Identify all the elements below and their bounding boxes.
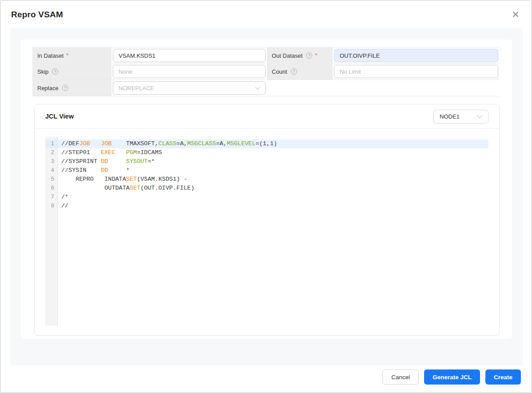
repro-vsam-dialog: Repro VSAM ✕ In Dataset* Out Dataset?*	[0, 0, 532, 393]
repro-form: In Dataset* Out Dataset?* Skip?	[32, 47, 500, 96]
jcl-view-panel: JCL View NODE1 12345678 //DEFJOB JOB TMA…	[34, 104, 500, 336]
content-card: In Dataset* Out Dataset?* Skip?	[21, 40, 512, 339]
in-dataset-input[interactable]	[113, 49, 266, 62]
form-row: In Dataset* Out Dataset?*	[32, 47, 500, 64]
dialog-body: In Dataset* Out Dataset?* Skip?	[10, 28, 523, 365]
help-question-icon[interactable]: ?	[291, 68, 297, 75]
line-number: 4	[45, 166, 57, 175]
count-label: Count	[272, 68, 287, 75]
page-title: Repro VSAM	[11, 10, 63, 20]
replace-select-value: NOREPLACE	[119, 85, 154, 91]
node-select[interactable]: NODE1	[433, 110, 488, 123]
required-mark: *	[315, 52, 317, 59]
chevron-down-icon	[255, 85, 260, 90]
create-button[interactable]: Create	[485, 369, 521, 385]
form-row: Skip? Count?	[32, 64, 500, 80]
close-icon[interactable]: ✕	[509, 8, 522, 21]
gutter: 12345678	[45, 137, 58, 326]
help-question-icon[interactable]: ?	[52, 68, 58, 75]
line-number: 3	[45, 157, 57, 166]
count-field-cell	[333, 64, 500, 79]
code-line: //SYSPRINT DD SYSOUT=*	[58, 157, 488, 166]
chevron-down-icon	[477, 113, 482, 118]
line-number: 7	[45, 193, 57, 202]
line-number: 2	[45, 148, 57, 157]
line-number: 6	[45, 184, 57, 193]
in-dataset-field-cell	[111, 48, 267, 64]
help-question-icon[interactable]: ?	[62, 85, 68, 91]
code-line: REPRO INDATASET(VSAM.KSDS1) -	[58, 175, 488, 184]
jcl-view-header: JCL View NODE1	[35, 104, 499, 129]
replace-select[interactable]: NOREPLACE	[113, 81, 266, 95]
code-line: //SYSIN DD *	[58, 166, 488, 175]
skip-input[interactable]	[113, 65, 266, 78]
replace-label-cell: Replace?	[32, 80, 111, 96]
out-dataset-input[interactable]	[334, 49, 498, 62]
out-dataset-label: Out Dataset	[272, 52, 302, 59]
count-input[interactable]	[334, 65, 498, 78]
replace-field-cell: NOREPLACE	[111, 80, 267, 96]
help-question-icon[interactable]: ?	[306, 52, 312, 59]
required-mark: *	[66, 52, 68, 59]
out-dataset-label-cell: Out Dataset?*	[267, 48, 333, 64]
code-lines: //DEFJOB JOB TMAXSOFT,CLASS=A,MSGCLASS=A…	[58, 137, 488, 326]
form-row: Replace? NOREPLACE	[32, 80, 500, 96]
cancel-button[interactable]: Cancel	[382, 369, 419, 385]
code-line: //DEFJOB JOB TMAXSOFT,CLASS=A,MSGCLASS=A…	[58, 139, 488, 148]
jcl-view-title: JCL View	[45, 113, 74, 120]
code-line: OUTDATASET(OUT.OIVP.FILE)	[58, 184, 488, 193]
empty-cell	[267, 80, 333, 96]
code-line: //STEP01 EXEC PGM=IDCAMS	[58, 148, 488, 157]
skip-label-cell: Skip?	[32, 64, 111, 79]
out-dataset-field-cell	[333, 48, 500, 64]
replace-label: Replace	[37, 85, 59, 91]
line-number: 5	[45, 175, 57, 184]
count-label-cell: Count?	[267, 64, 333, 79]
line-number: 1	[45, 139, 57, 148]
skip-label: Skip	[37, 68, 48, 75]
code-line: /*	[58, 193, 488, 202]
dialog-footer: Cancel Generate JCL Create	[382, 369, 521, 385]
node-select-value: NODE1	[440, 113, 460, 120]
in-dataset-label: In Dataset	[37, 52, 64, 59]
skip-field-cell	[111, 64, 267, 79]
generate-jcl-button[interactable]: Generate JCL	[424, 369, 480, 385]
code-line: //	[58, 202, 488, 210]
in-dataset-label-cell: In Dataset*	[32, 48, 111, 64]
line-number: 8	[45, 202, 57, 210]
empty-cell	[333, 80, 500, 96]
jcl-code-editor[interactable]: 12345678 //DEFJOB JOB TMAXSOFT,CLASS=A,M…	[45, 137, 488, 326]
